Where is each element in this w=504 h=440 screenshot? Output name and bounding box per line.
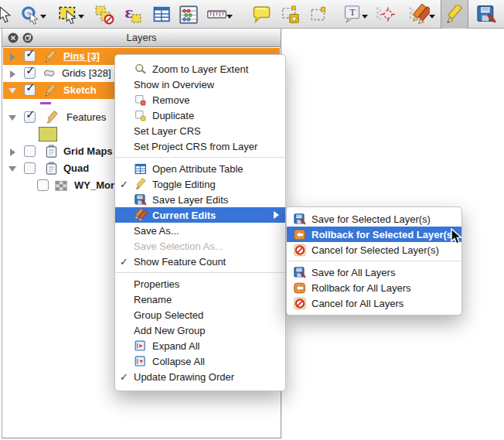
- menu-item-current-edits[interactable]: Current Edits: [115, 207, 285, 223]
- expander-collapsed-icon[interactable]: [10, 148, 15, 156]
- show-bookmarks-button[interactable]: [306, 2, 332, 26]
- rollback-icon: [293, 228, 307, 241]
- expander-expanded-icon[interactable]: [9, 166, 16, 172]
- group-label: Quad: [63, 162, 89, 174]
- dropdown-arrow-icon[interactable]: [429, 15, 435, 19]
- table-icon: [134, 162, 148, 176]
- raster-icon: [54, 179, 69, 193]
- layer-checkbox[interactable]: [37, 179, 49, 191]
- layer-checkbox[interactable]: ✓: [24, 111, 36, 123]
- group-icon: [44, 145, 59, 159]
- menu-item-add-new-group[interactable]: Add New Group: [115, 322, 285, 338]
- dropdown-arrow-icon[interactable]: [226, 15, 233, 19]
- submenu-item-cancel-selected[interactable]: Cancel for Selected Layer(s): [287, 242, 461, 258]
- cursor-icon: [0, 6, 15, 23]
- open-attribute-table-button[interactable]: [148, 2, 175, 26]
- menu-item-set-layer-crs[interactable]: Set Layer CRS: [115, 123, 285, 138]
- submenu-item-rollback-all[interactable]: Rollback for All Layers: [287, 280, 461, 295]
- measure-button[interactable]: [203, 2, 230, 26]
- menu-item-update-drawing-order[interactable]: ✓ Update Drawing Order: [115, 369, 285, 384]
- layer-checkbox[interactable]: ✓: [24, 50, 36, 62]
- layer-checkbox[interactable]: ✓: [24, 84, 36, 96]
- menu-item-expand-all[interactable]: Expand All: [115, 338, 285, 353]
- menu-item-properties[interactable]: Properties: [115, 276, 285, 292]
- menu-item-group-selected[interactable]: Group Selected: [115, 307, 285, 322]
- rollback-icon: [293, 281, 307, 295]
- epsilon-icon: [123, 5, 143, 25]
- check-icon: ✓: [26, 107, 36, 121]
- menu-item-remove[interactable]: Remove: [115, 92, 285, 107]
- menu-item-toggle-editing[interactable]: ✓ Toggle Editing: [115, 176, 285, 192]
- save-layer-edits-button[interactable]: [473, 2, 499, 26]
- polygon-icon: [43, 67, 57, 81]
- layer-checkbox[interactable]: [24, 162, 36, 174]
- menu-item-collapse-all[interactable]: Collapse All: [115, 353, 285, 369]
- speech-bubble-icon: [251, 4, 272, 25]
- check-icon: ✓: [26, 63, 36, 77]
- pencil-icon: [134, 178, 148, 191]
- pencil-icon: [444, 5, 465, 25]
- current-edits-submenu: Save for Selected Layer(s) Rollback for …: [286, 206, 462, 316]
- floppy-pencil-icon: [134, 193, 148, 206]
- dropdown-arrow-icon[interactable]: [362, 15, 368, 19]
- expander-collapsed-icon[interactable]: [10, 70, 15, 78]
- line-symbol-swatch[interactable]: [40, 102, 51, 104]
- text-annotation-button[interactable]: [339, 2, 365, 26]
- collapse-all-icon: [134, 355, 148, 368]
- close-panel-icon[interactable]: [8, 32, 19, 43]
- field-calculator-button[interactable]: [175, 2, 202, 26]
- fill-symbol-swatch[interactable]: [39, 127, 57, 142]
- menu-item-open-attribute-table[interactable]: Open Attribute Table: [115, 161, 285, 176]
- pencils-icon: [408, 4, 430, 26]
- menu-item-zoom-to-layer-extent[interactable]: Zoom to Layer Extent: [115, 61, 285, 77]
- menu-item-save-selection-as: Save Selection As...: [115, 238, 285, 254]
- duplicate-icon: [134, 109, 148, 122]
- text-annotation-icon: [342, 4, 363, 25]
- layers-panel-header[interactable]: Layers: [2, 29, 281, 47]
- deselect-features-button[interactable]: [91, 2, 117, 26]
- cancel-icon: [293, 244, 307, 257]
- select-rectangle-icon: [58, 4, 79, 25]
- check-icon: ✓: [120, 256, 134, 268]
- check-icon: ✓: [120, 179, 134, 190]
- panel-title: Layers: [2, 29, 281, 46]
- select-by-expression-button[interactable]: [120, 2, 146, 26]
- menu-separator: [115, 157, 285, 158]
- menu-item-rename[interactable]: Rename: [115, 292, 285, 307]
- expander-collapsed-icon[interactable]: [10, 53, 15, 61]
- mouse-cursor-icon: [450, 228, 464, 245]
- deselect-icon: [94, 5, 114, 25]
- layer-label: Grids [328]: [62, 67, 111, 79]
- cancel-icon: [293, 297, 307, 310]
- dropdown-arrow-icon[interactable]: [78, 15, 84, 19]
- submenu-item-cancel-all[interactable]: Cancel for All Layers: [287, 295, 461, 311]
- float-panel-icon[interactable]: [22, 32, 33, 43]
- new-bookmark-button[interactable]: [278, 2, 304, 26]
- identify-features-button[interactable]: [17, 2, 43, 26]
- menu-item-save-as[interactable]: Save As...: [115, 223, 285, 238]
- submenu-item-rollback-selected[interactable]: Rollback for Selected Layer(s): [287, 227, 461, 242]
- menu-item-save-layer-edits[interactable]: Save Layer Edits: [115, 192, 285, 207]
- pencil-icon: [43, 84, 58, 98]
- menu-item-show-in-overview[interactable]: Show in Overview: [115, 77, 285, 92]
- floppy-pencil-icon: [476, 4, 497, 25]
- toggle-editing-button[interactable]: [441, 0, 468, 29]
- pencils-icon: [134, 209, 148, 222]
- snapping-options-button[interactable]: [372, 2, 398, 26]
- select-features-button[interactable]: [55, 2, 81, 26]
- submenu-item-save-all[interactable]: Save for All Layers: [287, 264, 461, 280]
- dropdown-arrow-icon[interactable]: [40, 15, 46, 19]
- check-icon: ✓: [26, 46, 36, 60]
- menu-item-show-feature-count[interactable]: ✓ Show Feature Count: [115, 254, 285, 269]
- menu-item-duplicate[interactable]: Duplicate: [115, 107, 285, 123]
- check-icon: ✓: [26, 80, 36, 94]
- layer-checkbox[interactable]: ✓: [24, 67, 36, 79]
- expander-expanded-icon[interactable]: [9, 115, 16, 121]
- menu-item-set-project-crs[interactable]: Set Project CRS from Layer: [115, 138, 285, 154]
- map-tips-button[interactable]: [248, 2, 274, 26]
- editing-tools-button[interactable]: [406, 2, 432, 26]
- expander-expanded-icon[interactable]: [9, 88, 16, 94]
- submenu-item-save-selected[interactable]: Save for Selected Layer(s): [287, 211, 461, 227]
- layer-checkbox[interactable]: [24, 145, 36, 157]
- abacus-icon: [179, 5, 199, 25]
